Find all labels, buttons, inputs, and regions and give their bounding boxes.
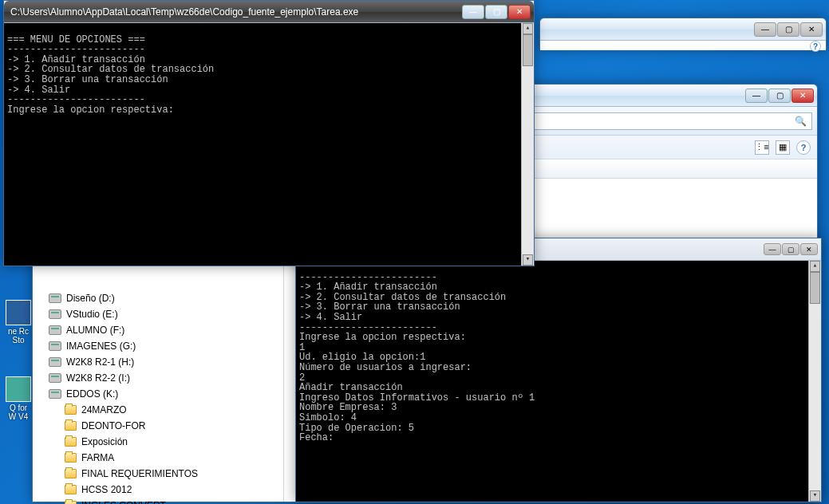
window-controls: — ▢ ✕ bbox=[763, 243, 818, 255]
folder-icon bbox=[65, 421, 77, 431]
scrollbar[interactable]: ▴ ▾ bbox=[521, 23, 534, 266]
tree-label: Diseño (D:) bbox=[66, 293, 115, 304]
minimize-button[interactable]: — bbox=[754, 22, 776, 37]
minimize-button[interactable]: — bbox=[764, 243, 781, 255]
titlebar[interactable]: C:\Users\Alumno\AppData\Local\Temp\wz66d… bbox=[4, 1, 534, 23]
maximize-button[interactable]: ▢ bbox=[777, 22, 799, 37]
folder-icon bbox=[65, 437, 77, 447]
scroll-thumb[interactable] bbox=[523, 34, 533, 66]
drive-icon bbox=[49, 341, 61, 351]
window-background-small: — ▢ ✕ ? bbox=[539, 18, 827, 49]
folder-icon bbox=[65, 469, 77, 478]
close-button[interactable]: ✕ bbox=[508, 5, 531, 19]
window-controls: — ▢ ✕ bbox=[753, 22, 823, 37]
scrollbar[interactable]: ▴ ▾ bbox=[808, 261, 821, 502]
tree-label: EDDOS (K:) bbox=[66, 388, 118, 400]
close-button[interactable]: ✕ bbox=[791, 89, 814, 103]
tree-label: HCSS 2012 bbox=[81, 484, 132, 495]
tree-label: ALUMNO (F:) bbox=[66, 325, 124, 336]
tree-folder[interactable]: FINAL REQUERIMIENTOS bbox=[33, 466, 283, 482]
close-button[interactable]: ✕ bbox=[800, 22, 823, 37]
scroll-down-button[interactable]: ▾ bbox=[810, 490, 820, 502]
help-icon[interactable]: ? bbox=[810, 41, 821, 52]
tree-drive[interactable]: VStudio (E:) bbox=[33, 306, 283, 322]
scroll-thumb[interactable] bbox=[810, 272, 820, 304]
folder-icon bbox=[65, 453, 77, 463]
tree-drive[interactable]: W2K8 R2-1 (H:) bbox=[33, 354, 283, 370]
tree-label: IMAGENES (G:) bbox=[66, 341, 136, 352]
tree-label: W2K8 R2-1 (H:) bbox=[66, 356, 134, 368]
window-controls: — ▢ ✕ bbox=[744, 89, 814, 103]
preview-pane-button[interactable]: ▦ bbox=[776, 140, 790, 155]
tree-folder[interactable]: 24MARZO bbox=[33, 402, 283, 418]
console-window-2: go_fuente_ejemplo\Tarea.exe — ▢ ✕ ------… bbox=[295, 238, 822, 502]
drive-icon bbox=[49, 293, 61, 303]
maximize-button[interactable]: ▢ bbox=[768, 89, 791, 103]
desktop-icon[interactable]: ne Rc Sto bbox=[5, 300, 32, 345]
search-icon[interactable]: 🔍 bbox=[795, 116, 807, 127]
tree-drive[interactable]: Diseño (D:) bbox=[33, 290, 283, 306]
folder-icon bbox=[65, 501, 77, 504]
tree-drive[interactable]: W2K8 R2-2 (I:) bbox=[33, 370, 283, 386]
console-text: === MENU DE OPCIONES === ---------------… bbox=[7, 34, 214, 116]
tree-folder[interactable]: INGLES CONVERT bbox=[33, 498, 283, 504]
tree-label: VStudio (E:) bbox=[66, 309, 118, 320]
folder-icon bbox=[65, 405, 77, 415]
help-button[interactable]: ? bbox=[796, 140, 811, 155]
console-output[interactable]: ------------------------ -> 1. Añadir tr… bbox=[296, 261, 821, 502]
drive-icon bbox=[49, 357, 61, 367]
tree-label: INGLES CONVERT bbox=[81, 500, 166, 504]
tree-drive[interactable]: EDDOS (K:) bbox=[33, 386, 283, 402]
app-icon bbox=[6, 376, 31, 402]
desktop-icon[interactable]: Q for W V4 bbox=[5, 376, 32, 421]
maximize-button[interactable]: ▢ bbox=[782, 243, 799, 255]
desktop-icon-label: ne Rc Sto bbox=[5, 327, 32, 345]
window-controls: — ▢ ✕ bbox=[461, 5, 531, 19]
desktop-icon-label: Q for W V4 bbox=[5, 404, 32, 421]
close-button[interactable]: ✕ bbox=[800, 243, 818, 255]
tree-label: FARMA bbox=[81, 452, 114, 463]
tree-label: DEONTO-FOR bbox=[81, 420, 145, 431]
console-text: ------------------------ -> 1. Añadir tr… bbox=[299, 272, 535, 444]
console-output[interactable]: === MENU DE OPCIONES === ---------------… bbox=[4, 23, 534, 266]
tree-folder[interactable]: DEONTO-FOR bbox=[33, 418, 283, 434]
view-options-button[interactable]: ⋮≡ bbox=[755, 140, 769, 155]
folder-icon bbox=[65, 485, 77, 494]
scroll-up-button[interactable]: ▴ bbox=[810, 261, 820, 272]
tree-label: Exposición bbox=[81, 436, 128, 447]
drive-icon bbox=[49, 325, 61, 335]
store-icon bbox=[6, 300, 31, 325]
window-title: C:\Users\Alumno\AppData\Local\Temp\wz66d… bbox=[10, 6, 461, 18]
drive-icon bbox=[49, 373, 61, 383]
tree-label: 24MARZO bbox=[81, 404, 127, 415]
minimize-button[interactable]: — bbox=[462, 5, 484, 19]
tree-folder[interactable]: FARMA bbox=[33, 450, 283, 466]
tree-drive[interactable]: IMAGENES (G:) bbox=[33, 338, 283, 354]
console-window-1: C:\Users\Alumno\AppData\Local\Temp\wz66d… bbox=[3, 0, 535, 266]
scroll-up-button[interactable]: ▴ bbox=[523, 23, 533, 34]
drive-icon bbox=[49, 389, 61, 399]
maximize-button[interactable]: ▢ bbox=[485, 5, 507, 19]
titlebar[interactable]: — ▢ ✕ bbox=[540, 18, 826, 41]
tree-folder[interactable]: HCSS 2012 bbox=[33, 482, 283, 498]
tree-label: FINAL REQUERIMIENTOS bbox=[81, 468, 198, 479]
scroll-down-button[interactable]: ▾ bbox=[523, 254, 533, 266]
tree-drive[interactable]: ALUMNO (F:) bbox=[33, 322, 283, 338]
tree-folder[interactable]: Exposición bbox=[33, 434, 283, 450]
drive-icon bbox=[49, 309, 61, 319]
tree-label: W2K8 R2-2 (I:) bbox=[66, 372, 130, 384]
minimize-button[interactable]: — bbox=[745, 89, 768, 103]
